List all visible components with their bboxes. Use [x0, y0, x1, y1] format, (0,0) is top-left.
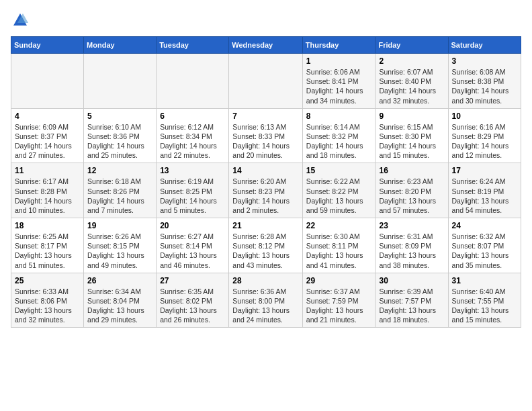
day-number: 30 [379, 276, 444, 285]
calendar-cell: 31Sunrise: 6:40 AM Sunset: 7:55 PM Dayli… [448, 273, 521, 328]
day-info: Sunrise: 6:24 AM Sunset: 8:19 PM Dayligh… [452, 177, 517, 215]
day-header-saturday: Saturday [448, 37, 521, 54]
day-number: 11 [15, 166, 80, 175]
day-number: 7 [232, 111, 299, 121]
day-info: Sunrise: 6:33 AM Sunset: 8:06 PM Dayligh… [15, 287, 80, 325]
day-number: 23 [379, 221, 444, 230]
day-number: 18 [15, 221, 80, 230]
day-number: 17 [452, 166, 517, 175]
day-info: Sunrise: 6:16 AM Sunset: 8:29 PM Dayligh… [452, 122, 517, 161]
calendar-cell [84, 54, 157, 109]
day-header-monday: Monday [84, 37, 157, 54]
day-number: 27 [160, 276, 225, 285]
day-number: 14 [232, 166, 299, 175]
calendar-cell: 27Sunrise: 6:35 AM Sunset: 8:02 PM Dayli… [157, 273, 229, 328]
calendar-cell: 3Sunrise: 6:08 AM Sunset: 8:38 PM Daylig… [448, 54, 521, 109]
calendar-week-1: 1Sunrise: 6:06 AM Sunset: 8:41 PM Daylig… [11, 54, 521, 109]
day-header-wednesday: Wednesday [229, 37, 303, 54]
day-number: 15 [306, 166, 372, 175]
day-info: Sunrise: 6:17 AM Sunset: 8:28 PM Dayligh… [15, 177, 80, 215]
calendar-cell: 20Sunrise: 6:27 AM Sunset: 8:14 PM Dayli… [157, 218, 229, 273]
calendar-cell [11, 54, 84, 109]
day-info: Sunrise: 6:25 AM Sunset: 8:17 PM Dayligh… [15, 232, 80, 270]
day-info: Sunrise: 6:39 AM Sunset: 7:57 PM Dayligh… [379, 287, 444, 325]
day-info: Sunrise: 6:06 AM Sunset: 8:41 PM Dayligh… [306, 67, 372, 105]
calendar-cell: 25Sunrise: 6:33 AM Sunset: 8:06 PM Dayli… [11, 273, 84, 328]
day-number: 26 [87, 276, 152, 285]
day-info: Sunrise: 6:18 AM Sunset: 8:26 PM Dayligh… [87, 177, 152, 215]
calendar-cell: 13Sunrise: 6:19 AM Sunset: 8:25 PM Dayli… [157, 163, 229, 218]
calendar-cell: 5Sunrise: 6:10 AM Sunset: 8:36 PM Daylig… [84, 108, 157, 163]
logo-icon [11, 11, 30, 30]
day-info: Sunrise: 6:10 AM Sunset: 8:36 PM Dayligh… [87, 122, 152, 161]
day-number: 6 [160, 111, 225, 121]
day-header-friday: Friday [375, 37, 448, 54]
calendar-cell: 15Sunrise: 6:22 AM Sunset: 8:22 PM Dayli… [302, 163, 375, 218]
day-number: 1 [306, 56, 372, 66]
day-info: Sunrise: 6:22 AM Sunset: 8:22 PM Dayligh… [306, 177, 372, 215]
day-number: 12 [87, 166, 152, 175]
calendar-cell [229, 54, 303, 109]
day-info: Sunrise: 6:13 AM Sunset: 8:33 PM Dayligh… [232, 122, 299, 161]
calendar-cell: 24Sunrise: 6:32 AM Sunset: 8:07 PM Dayli… [448, 218, 521, 273]
day-number: 4 [15, 111, 80, 121]
day-number: 29 [306, 276, 372, 285]
page-header [11, 11, 521, 30]
calendar-week-2: 4Sunrise: 6:09 AM Sunset: 8:37 PM Daylig… [11, 108, 521, 163]
day-info: Sunrise: 6:15 AM Sunset: 8:30 PM Dayligh… [379, 122, 444, 161]
day-info: Sunrise: 6:36 AM Sunset: 8:00 PM Dayligh… [232, 287, 299, 325]
day-info: Sunrise: 6:27 AM Sunset: 8:14 PM Dayligh… [160, 232, 225, 270]
day-header-thursday: Thursday [302, 37, 375, 54]
day-number: 21 [232, 221, 299, 230]
day-info: Sunrise: 6:12 AM Sunset: 8:34 PM Dayligh… [160, 122, 225, 161]
day-number: 5 [87, 111, 152, 121]
day-number: 24 [452, 221, 517, 230]
calendar-header-row: SundayMondayTuesdayWednesdayThursdayFrid… [11, 37, 521, 54]
logo [11, 11, 32, 30]
day-info: Sunrise: 6:07 AM Sunset: 8:40 PM Dayligh… [379, 67, 444, 105]
day-number: 2 [379, 56, 444, 66]
day-info: Sunrise: 6:28 AM Sunset: 8:12 PM Dayligh… [232, 232, 299, 270]
calendar-cell: 17Sunrise: 6:24 AM Sunset: 8:19 PM Dayli… [448, 163, 521, 218]
calendar-cell: 29Sunrise: 6:37 AM Sunset: 7:59 PM Dayli… [302, 273, 375, 328]
calendar-cell: 16Sunrise: 6:23 AM Sunset: 8:20 PM Dayli… [375, 163, 448, 218]
day-info: Sunrise: 6:35 AM Sunset: 8:02 PM Dayligh… [160, 287, 225, 325]
day-number: 13 [160, 166, 225, 175]
day-number: 9 [379, 111, 444, 121]
calendar-cell: 7Sunrise: 6:13 AM Sunset: 8:33 PM Daylig… [229, 108, 303, 163]
day-info: Sunrise: 6:08 AM Sunset: 8:38 PM Dayligh… [452, 67, 517, 105]
day-info: Sunrise: 6:31 AM Sunset: 8:09 PM Dayligh… [379, 232, 444, 270]
day-info: Sunrise: 6:26 AM Sunset: 8:15 PM Dayligh… [87, 232, 152, 270]
calendar-cell: 1Sunrise: 6:06 AM Sunset: 8:41 PM Daylig… [302, 54, 375, 109]
calendar-week-3: 11Sunrise: 6:17 AM Sunset: 8:28 PM Dayli… [11, 163, 521, 218]
calendar-cell: 30Sunrise: 6:39 AM Sunset: 7:57 PM Dayli… [375, 273, 448, 328]
calendar-cell: 10Sunrise: 6:16 AM Sunset: 8:29 PM Dayli… [448, 108, 521, 163]
calendar-cell [157, 54, 229, 109]
calendar-cell: 21Sunrise: 6:28 AM Sunset: 8:12 PM Dayli… [229, 218, 303, 273]
day-number: 20 [160, 221, 225, 230]
day-number: 3 [452, 56, 517, 66]
day-info: Sunrise: 6:19 AM Sunset: 8:25 PM Dayligh… [160, 177, 225, 215]
calendar-cell: 11Sunrise: 6:17 AM Sunset: 8:28 PM Dayli… [11, 163, 84, 218]
calendar-cell: 12Sunrise: 6:18 AM Sunset: 8:26 PM Dayli… [84, 163, 157, 218]
day-info: Sunrise: 6:23 AM Sunset: 8:20 PM Dayligh… [379, 177, 444, 215]
day-number: 31 [452, 276, 517, 285]
calendar-cell: 18Sunrise: 6:25 AM Sunset: 8:17 PM Dayli… [11, 218, 84, 273]
day-info: Sunrise: 6:14 AM Sunset: 8:32 PM Dayligh… [306, 122, 372, 161]
day-header-sunday: Sunday [11, 37, 84, 54]
day-info: Sunrise: 6:34 AM Sunset: 8:04 PM Dayligh… [87, 287, 152, 325]
day-info: Sunrise: 6:32 AM Sunset: 8:07 PM Dayligh… [452, 232, 517, 270]
day-number: 22 [306, 221, 372, 230]
calendar-table: SundayMondayTuesdayWednesdayThursdayFrid… [11, 36, 521, 328]
day-info: Sunrise: 6:30 AM Sunset: 8:11 PM Dayligh… [306, 232, 372, 270]
calendar-cell: 4Sunrise: 6:09 AM Sunset: 8:37 PM Daylig… [11, 108, 84, 163]
calendar-cell: 22Sunrise: 6:30 AM Sunset: 8:11 PM Dayli… [302, 218, 375, 273]
day-number: 28 [232, 276, 299, 285]
day-number: 10 [452, 111, 517, 121]
calendar-cell: 8Sunrise: 6:14 AM Sunset: 8:32 PM Daylig… [302, 108, 375, 163]
calendar-cell: 19Sunrise: 6:26 AM Sunset: 8:15 PM Dayli… [84, 218, 157, 273]
day-info: Sunrise: 6:40 AM Sunset: 7:55 PM Dayligh… [452, 287, 517, 325]
day-header-tuesday: Tuesday [157, 37, 229, 54]
calendar-cell: 26Sunrise: 6:34 AM Sunset: 8:04 PM Dayli… [84, 273, 157, 328]
day-info: Sunrise: 6:20 AM Sunset: 8:23 PM Dayligh… [232, 177, 299, 215]
